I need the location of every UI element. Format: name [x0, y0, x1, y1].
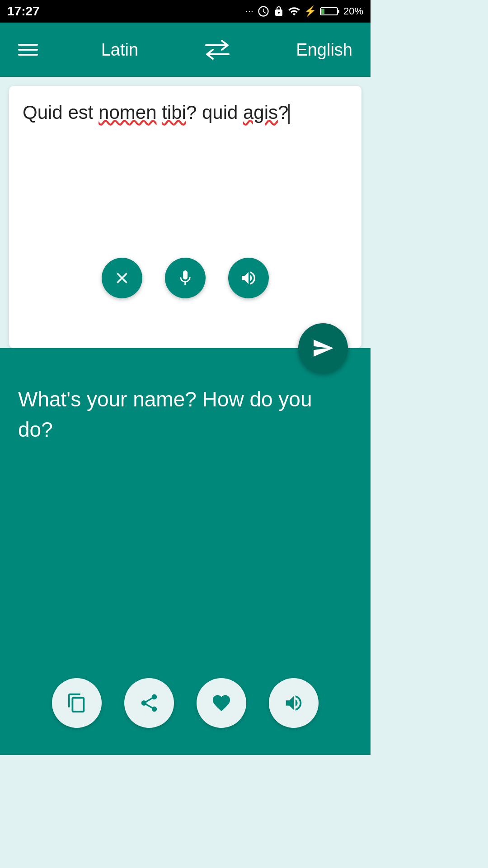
spell-error-nomen: nomen	[99, 102, 156, 123]
clear-button[interactable]	[102, 258, 142, 298]
menu-button[interactable]	[18, 44, 38, 56]
input-section: Quid est nomen tibi? quid agis?	[9, 86, 361, 348]
charging-icon: ⚡	[304, 5, 316, 17]
output-section: What's your name? How do you do?	[0, 348, 371, 755]
battery-indicator	[320, 6, 340, 17]
share-button[interactable]	[124, 678, 174, 728]
speak-output-button[interactable]	[269, 678, 319, 728]
input-text-display[interactable]: Quid est nomen tibi? quid agis?	[23, 99, 348, 244]
more-icon: ···	[245, 5, 253, 17]
svg-rect-2	[321, 9, 324, 14]
lock-icon	[273, 5, 284, 18]
favorite-button[interactable]	[197, 678, 246, 728]
microphone-button[interactable]	[165, 258, 206, 298]
status-time: 17:27	[7, 4, 40, 19]
speak-input-button[interactable]	[228, 258, 269, 298]
input-actions	[23, 258, 348, 303]
status-icons: ··· ⚡ 20%	[245, 5, 363, 18]
source-language-selector[interactable]: Latin	[101, 40, 138, 60]
spell-error-tibi: tibi	[162, 102, 186, 123]
translate-button[interactable]	[298, 323, 348, 373]
output-actions	[0, 678, 371, 728]
svg-rect-1	[338, 10, 339, 13]
signal-icon	[288, 5, 300, 18]
spell-error-agis: agis	[243, 102, 278, 123]
swap-languages-button[interactable]	[202, 36, 233, 63]
battery-percent: 20%	[343, 5, 363, 17]
text-cursor	[288, 104, 290, 124]
top-navigation: Latin English	[0, 23, 371, 77]
status-bar: 17:27 ··· ⚡ 20%	[0, 0, 371, 23]
target-language-selector[interactable]: English	[296, 40, 352, 60]
alarm-icon	[257, 5, 270, 18]
output-text-display: What's your name? How do you do?	[18, 384, 352, 444]
copy-button[interactable]	[52, 678, 102, 728]
